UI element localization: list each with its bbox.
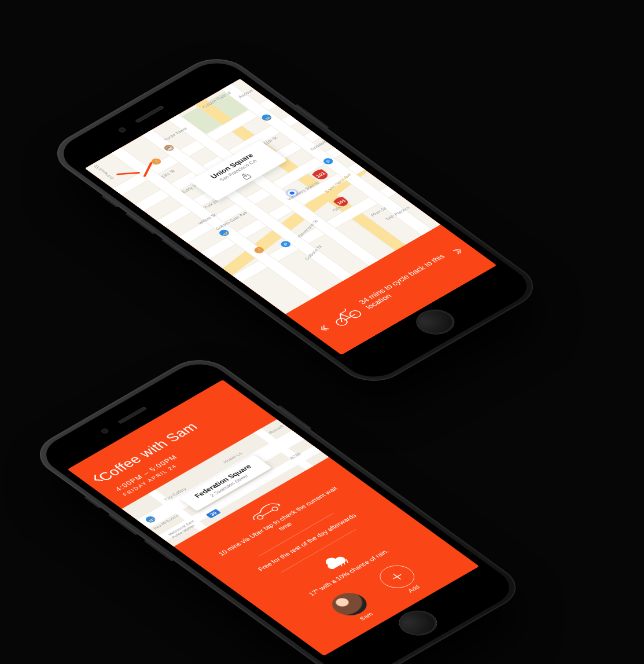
street-label: Plum St (370, 207, 388, 218)
phone-camera (117, 127, 127, 133)
chevron-right-icon[interactable] (449, 245, 468, 257)
phone-mockup-map: O'Farrell St Ellis St Eddy St Turk St Go… (43, 50, 547, 390)
phone-mockup-event: Coffee with Sam 4:00PM – 5:00PM FRIDAY A… (25, 351, 529, 664)
chevron-left-icon[interactable] (314, 322, 333, 335)
phone-speaker (135, 105, 164, 123)
phone-speaker (117, 406, 147, 424)
street-label: O'Farrell St (93, 164, 115, 180)
phone-camera (100, 428, 110, 434)
share-icon[interactable] (239, 172, 253, 181)
add-label: Add (406, 584, 421, 593)
poi-label: Turtle Tower (163, 126, 189, 142)
bicycle-icon (326, 304, 365, 328)
add-attendee-button[interactable]: Add (373, 561, 429, 599)
attendee[interactable]: Sam (325, 588, 382, 626)
